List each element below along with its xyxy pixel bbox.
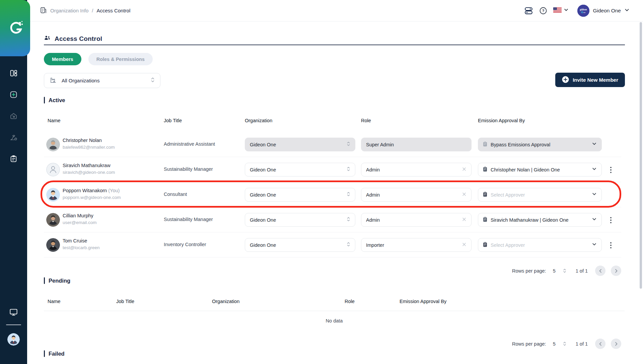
section-bar	[44, 97, 45, 103]
next-page-button[interactable]	[611, 339, 621, 349]
member-email: siravich@gideon-one.com	[63, 170, 115, 175]
clear-x-icon[interactable]	[462, 217, 467, 223]
clear-x-icon[interactable]	[462, 167, 467, 173]
column-emission-approval: Emission Approval By	[478, 118, 525, 123]
sidebar-user-avatar[interactable]	[7, 333, 20, 346]
select-chevrons-icon	[347, 166, 350, 173]
role-select[interactable]: Admin	[361, 163, 472, 176]
avatar-placeholder	[46, 163, 60, 176]
chevron-down-icon	[592, 166, 597, 173]
select-chevrons-icon	[347, 217, 350, 223]
previous-page-button[interactable]	[595, 339, 605, 349]
plus-square-icon	[9, 90, 18, 100]
account-menu[interactable]: gideonne Gideon One	[577, 5, 630, 17]
active-pagination: Rows per page: 5 1 of 1	[44, 266, 621, 276]
clipboard-icon	[483, 141, 487, 148]
invite-new-member-button[interactable]: Invite New Member	[555, 73, 625, 87]
access-control-page: Organization Info / Access Control ?	[0, 0, 643, 364]
users-group-icon	[44, 35, 51, 43]
next-page-button[interactable]	[611, 266, 621, 276]
chevron-down-icon	[592, 192, 597, 198]
home-arrow-icon	[9, 112, 18, 122]
member-name: Tom Cruise	[63, 238, 87, 243]
sidebar-item-add[interactable]	[0, 90, 27, 100]
monitor-icon	[9, 307, 18, 318]
clear-x-icon[interactable]	[462, 242, 467, 248]
row-menu-kebab-icon[interactable]	[607, 239, 615, 251]
rows-per-page-label: Rows per page:	[512, 341, 546, 347]
breadcrumb-current: Access Control	[96, 8, 130, 13]
role-select: Super Admin	[361, 138, 472, 151]
sidebar-divider	[6, 324, 21, 325]
clipboard-icon	[9, 155, 18, 164]
invite-button-label: Invite New Member	[573, 77, 618, 83]
sidebar-item-energy-plant[interactable]	[0, 133, 27, 143]
organization-select: Gideon One	[245, 138, 355, 151]
emission-approval-select[interactable]: Select Approver	[478, 188, 602, 202]
account-name: Gideon One	[593, 8, 621, 14]
chevron-down-icon	[624, 7, 630, 14]
title-underline	[44, 45, 625, 45]
clear-x-icon[interactable]	[462, 192, 467, 198]
row-menu-kebab-icon[interactable]	[607, 164, 615, 175]
chevron-down-icon	[592, 141, 597, 148]
help-icon[interactable]: ?	[539, 7, 547, 15]
sidebar	[0, 0, 27, 364]
svg-text:gideon: gideon	[580, 8, 587, 11]
clipboard-icon	[483, 166, 487, 173]
sidebar-item-home-export[interactable]	[0, 112, 27, 122]
emission-approval-select[interactable]: Select Approver	[478, 238, 602, 252]
sidebar-item-device[interactable]	[0, 307, 27, 318]
emission-approval-select[interactable]: Siravich Mathanukraw | Gideon One	[478, 213, 602, 227]
organization-select[interactable]: Gideon One	[245, 163, 355, 176]
emission-approval-select[interactable]: Bypass Emissions Approval	[478, 138, 602, 151]
member-job-title: Consultant	[164, 192, 187, 197]
column-job-title: Job Title	[116, 299, 134, 304]
row-menu-kebab-icon[interactable]	[607, 214, 615, 226]
column-name: Name	[48, 299, 61, 304]
role-select[interactable]: Admin	[361, 213, 472, 227]
member-job-title: Inventory Controller	[164, 242, 206, 247]
svg-text:ne: ne	[583, 11, 586, 14]
role-select[interactable]: Importer	[361, 238, 472, 252]
section-bar	[44, 350, 45, 357]
sidebar-item-dashboard[interactable]	[0, 69, 27, 79]
member-name: Popporn Witanakorn (You)	[63, 188, 120, 193]
member-email: user@email.com	[63, 220, 96, 225]
organization-filter-select[interactable]: All Organizations	[44, 73, 160, 88]
column-role: Role	[345, 299, 355, 304]
organization-select[interactable]: Gideon One	[245, 213, 355, 227]
column-organization: Organization	[245, 118, 272, 123]
language-selector[interactable]	[553, 7, 569, 14]
emission-approval-select[interactable]: Christopher Nolan | Gideon One	[478, 163, 602, 176]
dashboard-icon	[9, 69, 18, 79]
factory-icon	[50, 76, 57, 85]
member-name: Christopher Nolan	[63, 138, 102, 143]
topbar: Organization Info / Access Control ?	[30, 0, 643, 21]
rows-per-page-stepper[interactable]	[563, 341, 566, 346]
sidebar-item-reports[interactable]	[0, 155, 27, 164]
role-select[interactable]: Admin	[361, 188, 472, 202]
organization-select[interactable]: Gideon One	[245, 188, 355, 202]
tab-members[interactable]: Members	[44, 53, 81, 65]
chevron-down-icon	[592, 242, 597, 248]
you-badge: (You)	[108, 188, 120, 193]
rows-per-page-value[interactable]: 5	[553, 268, 556, 274]
brand-logo[interactable]	[0, 0, 30, 56]
table-row: Tom Cruise test@locarb.green Inventory C…	[44, 232, 621, 258]
organization-select[interactable]: Gideon One	[245, 238, 355, 252]
avatar	[46, 188, 60, 202]
member-job-title: Sustainability Manager	[164, 166, 213, 172]
column-name: Name	[48, 118, 61, 123]
member-name: Cillian Murphy	[63, 213, 93, 218]
vertical-scrollbar[interactable]	[640, 22, 642, 289]
tab-roles-permissions[interactable]: Roles & Permissions	[88, 53, 153, 65]
rows-per-page-stepper[interactable]	[563, 268, 566, 273]
page-title: Access Control	[44, 35, 102, 43]
plus-circle-icon	[562, 76, 569, 84]
organization-icon	[40, 7, 47, 15]
breadcrumb-parent[interactable]: Organization Info	[50, 8, 88, 13]
toggles-icon[interactable]	[524, 6, 533, 15]
rows-per-page-value[interactable]: 5	[553, 341, 556, 347]
previous-page-button[interactable]	[595, 266, 605, 276]
